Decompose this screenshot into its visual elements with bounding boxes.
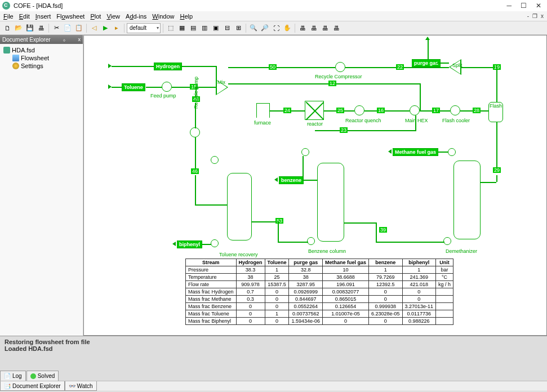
tab-solved[interactable]: Solved xyxy=(26,371,59,381)
benz-reb-symbol[interactable] xyxy=(307,237,315,245)
run-button[interactable]: ▶ xyxy=(100,23,110,33)
tab-watch[interactable]: 👓 Watch xyxy=(65,381,97,391)
tb-icon-e3[interactable]: 🖶 xyxy=(320,23,330,33)
menu-view[interactable]: View xyxy=(106,13,120,20)
line xyxy=(344,222,376,224)
config-dropdown[interactable]: default xyxy=(127,23,161,33)
stream-benzene[interactable]: benzene xyxy=(279,176,304,184)
stream-toluene[interactable]: Toluene xyxy=(122,83,145,91)
snum-39[interactable]: 39 xyxy=(379,227,387,233)
tol-cond-symbol[interactable] xyxy=(211,156,219,164)
snum-28[interactable]: 28 xyxy=(473,108,481,113)
menu-edit[interactable]: Edit xyxy=(19,13,30,20)
copy-button[interactable]: 📄 xyxy=(63,23,73,33)
benzene-column[interactable] xyxy=(317,163,344,242)
tb-icon-e4[interactable]: 🖶 xyxy=(331,23,341,33)
tb-icon-1[interactable]: ⬚ xyxy=(166,23,176,33)
demeth-reb-symbol[interactable] xyxy=(443,237,451,245)
table-row: Mass frac Biphenyl001.59434e-06000.98822… xyxy=(186,318,453,325)
zoom-in-button[interactable]: 🔍 xyxy=(248,23,259,33)
tb-icon-4[interactable]: ▥ xyxy=(199,23,210,33)
zoom-out-button[interactable]: 🔎 xyxy=(260,23,270,33)
stream-biphenyl[interactable]: biphenyl xyxy=(177,240,202,248)
toluene-recovery-column[interactable] xyxy=(227,173,252,240)
tb-icon-7[interactable]: ⊞ xyxy=(233,23,243,33)
flowsheet-canvas[interactable]: Hydrogen Toluene Feed pump 15 Mix 48 50 … xyxy=(83,35,547,336)
tree-settings[interactable]: Settings xyxy=(2,62,81,70)
pan-button[interactable]: ✋ xyxy=(282,23,292,33)
child-close[interactable]: x xyxy=(541,13,544,19)
main-hex-symbol[interactable] xyxy=(410,105,420,115)
snum-17[interactable]: 17 xyxy=(432,108,440,113)
reactor-quench-symbol[interactable] xyxy=(354,105,364,115)
tb-icon-5[interactable]: ▣ xyxy=(211,23,221,33)
table-cell: 38 xyxy=(236,274,265,281)
menu-addins[interactable]: Add-ins xyxy=(126,13,146,20)
snum-29[interactable]: 29 xyxy=(493,167,501,173)
reactor-symbol[interactable] xyxy=(305,101,324,120)
snum-23[interactable]: 23 xyxy=(340,127,348,133)
tab-document-explorer[interactable]: 📑 Document Explorer xyxy=(0,381,65,391)
minimize-button[interactable]: ─ xyxy=(506,2,512,10)
paste-button[interactable]: 📋 xyxy=(74,23,84,33)
tree-flowsheet[interactable]: Flowsheet xyxy=(2,54,81,62)
feed-pump-symbol[interactable] xyxy=(162,82,172,92)
run2-button[interactable]: ▸ xyxy=(112,23,122,33)
demethanizer-column[interactable] xyxy=(453,161,481,239)
snum-53[interactable]: 53 xyxy=(275,218,283,224)
table-cell: 6.23028e-05 xyxy=(368,310,402,318)
print-button[interactable]: 🖶 xyxy=(36,23,46,33)
tb-icon-e1[interactable]: 🖶 xyxy=(297,23,308,33)
line xyxy=(344,110,354,112)
toolbar: 🗋 📂 💾 🖶 ✂ 📄 📋 ◁ ▶ ▸ default ⬚ ▦ ▤ ▥ ▣ ⊟ … xyxy=(0,21,547,35)
recycle-compressor-symbol[interactable] xyxy=(335,62,345,72)
stream-methane[interactable]: Methane fuel gas xyxy=(393,148,438,156)
split-label: Split xyxy=(452,63,462,68)
recycle-pump-symbol[interactable] xyxy=(190,127,200,137)
line xyxy=(420,83,421,110)
snum-50[interactable]: 50 xyxy=(269,64,277,70)
menu-file[interactable]: File xyxy=(3,13,14,20)
document-explorer-panel: Document Explorer ⬨ x HDA.fsd Flowsheet … xyxy=(0,35,83,336)
line xyxy=(195,204,227,206)
tol-reb-symbol[interactable] xyxy=(211,239,219,247)
zoom-fit-button[interactable]: ⛶ xyxy=(271,23,281,33)
tb-icon-3[interactable]: ▤ xyxy=(188,23,198,33)
tab-log[interactable]: 📄 Log xyxy=(0,371,26,381)
table-cell: 0.0926999 xyxy=(289,288,323,296)
feed-pump-label: Feed pump xyxy=(150,93,176,99)
flash-cooler-symbol[interactable] xyxy=(450,105,460,115)
snum-12[interactable]: 12 xyxy=(328,81,336,86)
menu-window[interactable]: Window xyxy=(152,13,174,20)
snum-24[interactable]: 24 xyxy=(283,108,291,113)
maximize-button[interactable]: ☐ xyxy=(521,2,527,10)
panel-close-icon[interactable]: x xyxy=(78,37,81,42)
close-button[interactable]: ✕ xyxy=(536,2,541,10)
menu-insert[interactable]: Insert xyxy=(35,13,51,20)
menu-plot[interactable]: Plot xyxy=(90,13,101,20)
snum-16[interactable]: 16 xyxy=(377,108,385,113)
new-button[interactable]: 🗋 xyxy=(2,23,12,33)
panel-pin-icon[interactable]: ⬨ xyxy=(63,37,66,43)
snum-25[interactable]: 25 xyxy=(336,108,344,113)
child-restore[interactable]: ❐ xyxy=(532,13,537,19)
child-minimize[interactable]: - xyxy=(527,13,529,19)
demeth-cond-symbol[interactable] xyxy=(448,148,456,156)
menu-flowsheet[interactable]: Flowsheet xyxy=(56,13,85,20)
furnace-symbol[interactable] xyxy=(256,103,270,118)
table-cell: 241.369 xyxy=(402,274,436,281)
stream-hydrogen[interactable]: Hydrogen xyxy=(154,63,182,70)
tree-root[interactable]: HDA.fsd xyxy=(2,46,81,54)
tb-icon-2[interactable]: ▦ xyxy=(177,23,187,33)
save-button[interactable]: 💾 xyxy=(25,23,35,33)
open-button[interactable]: 📂 xyxy=(14,23,24,33)
cut-button[interactable]: ✂ xyxy=(51,23,61,33)
menu-help[interactable]: Help xyxy=(180,13,193,20)
run-back-button[interactable]: ◁ xyxy=(89,23,99,33)
benz-cond-symbol[interactable] xyxy=(301,148,309,156)
snum-22[interactable]: 22 xyxy=(396,64,404,70)
snum-46[interactable]: 46 xyxy=(191,168,199,174)
tb-icon-6[interactable]: ⊟ xyxy=(222,23,232,33)
tb-icon-e2[interactable]: 🖶 xyxy=(309,23,319,33)
line xyxy=(404,67,449,68)
